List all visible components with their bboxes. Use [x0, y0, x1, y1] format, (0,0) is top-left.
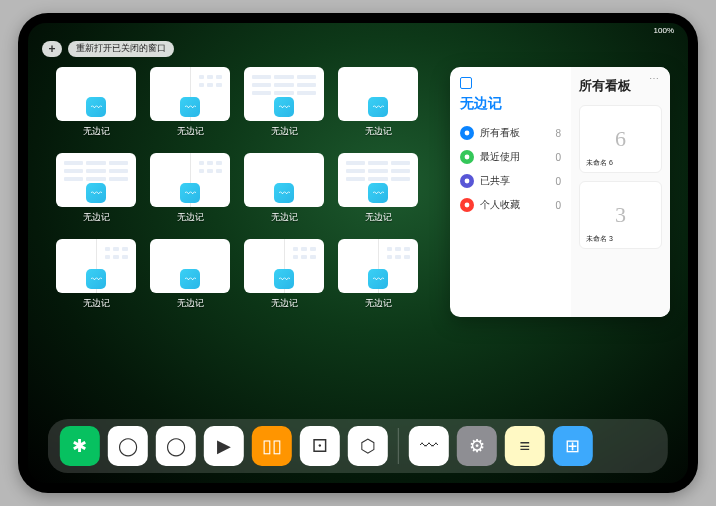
category-label: 个人收藏	[480, 198, 520, 212]
board-label: 未命名 6	[586, 158, 613, 168]
ellipsis-icon[interactable]: ⋯	[649, 73, 660, 84]
thumbnail-label: 无边记	[365, 125, 392, 138]
app-window-thumbnail[interactable]: 〰无边记	[244, 239, 324, 311]
boards-list: 6未命名 63未命名 3	[579, 105, 662, 249]
dock-notes-icon[interactable]: ≡	[505, 426, 545, 466]
clock-icon	[460, 150, 474, 164]
category-people[interactable]: 已共享0	[460, 169, 561, 193]
panel-sidebar: 无边记 所有看板8最近使用0已共享0个人收藏0	[450, 67, 571, 317]
app-windows-grid: 〰无边记〰无边记〰无边记〰无边记〰无边记〰无边记〰无边记〰无边记〰无边记〰无边记…	[56, 67, 418, 415]
freeform-app-icon: 〰	[180, 183, 200, 203]
category-label: 已共享	[480, 174, 510, 188]
app-window-thumbnail[interactable]: 〰无边记	[338, 153, 418, 225]
category-label: 最近使用	[480, 150, 520, 164]
app-window-thumbnail[interactable]: 〰无边记	[150, 153, 230, 225]
svg-point-2	[465, 179, 470, 184]
dock: ✱◯◯▶▯▯⚀⬡〰⚙≡⊞	[48, 419, 668, 473]
dock-separator	[398, 428, 399, 464]
category-count: 0	[555, 176, 561, 187]
app-window-thumbnail[interactable]: 〰无边记	[338, 67, 418, 139]
freeform-app-icon: 〰	[86, 269, 106, 289]
dock-settings-icon[interactable]: ⚙	[457, 426, 497, 466]
app-window-thumbnail[interactable]: 〰无边记	[150, 239, 230, 311]
app-window-thumbnail[interactable]: 〰无边记	[338, 239, 418, 311]
panel-content: 所有看板 6未命名 63未命名 3	[571, 67, 670, 317]
thumbnail-label: 无边记	[365, 211, 392, 224]
topbar: + 重新打开已关闭的窗口	[42, 41, 174, 57]
freeform-app-icon: 〰	[368, 269, 388, 289]
freeform-app-icon: 〰	[368, 97, 388, 117]
dock-media-icon[interactable]: ▶	[204, 426, 244, 466]
dock-freeform-icon[interactable]: 〰	[409, 426, 449, 466]
panel-left-title: 无边记	[460, 95, 561, 113]
category-label: 所有看板	[480, 126, 520, 140]
screen: 100% + 重新打开已关闭的窗口 〰无边记〰无边记〰无边记〰无边记〰无边记〰无…	[28, 23, 688, 483]
board-card[interactable]: 6未命名 6	[579, 105, 662, 173]
dock-app-library-icon[interactable]: ⊞	[553, 426, 593, 466]
thumbnail-label: 无边记	[177, 125, 204, 138]
svg-point-0	[465, 131, 470, 136]
freeform-app-icon: 〰	[274, 183, 294, 203]
board-preview: 6	[615, 126, 626, 152]
thumbnail-label: 无边记	[83, 211, 110, 224]
thumbnail-label: 无边记	[177, 297, 204, 310]
thumbnail-card: 〰	[338, 239, 418, 293]
category-count: 0	[555, 200, 561, 211]
freeform-app-icon: 〰	[86, 183, 106, 203]
thumbnail-card: 〰	[56, 67, 136, 121]
thumbnail-label: 无边记	[83, 125, 110, 138]
board-card[interactable]: 3未命名 3	[579, 181, 662, 249]
category-clock[interactable]: 最近使用0	[460, 145, 561, 169]
dock-books-icon[interactable]: ▯▯	[252, 426, 292, 466]
freeform-app-icon: 〰	[86, 97, 106, 117]
freeform-app-icon: 〰	[274, 269, 294, 289]
thumbnail-card: 〰	[150, 153, 230, 207]
status-bar: 100%	[28, 23, 688, 41]
dock-dice-icon[interactable]: ⚀	[300, 426, 340, 466]
thumbnail-label: 无边记	[271, 125, 298, 138]
new-window-button[interactable]: +	[42, 41, 62, 57]
app-window-thumbnail[interactable]: 〰无边记	[56, 239, 136, 311]
category-count: 0	[555, 152, 561, 163]
freeform-app-icon: 〰	[274, 97, 294, 117]
freeform-app-icon: 〰	[368, 183, 388, 203]
thumbnail-card: 〰	[56, 153, 136, 207]
thumbnail-card: 〰	[338, 153, 418, 207]
panel-category-list: 所有看板8最近使用0已共享0个人收藏0	[460, 121, 561, 217]
app-window-thumbnail[interactable]: 〰无边记	[150, 67, 230, 139]
dock-wechat-icon[interactable]: ✱	[60, 426, 100, 466]
freeform-app-icon: 〰	[180, 269, 200, 289]
thumbnail-label: 无边记	[271, 211, 298, 224]
thumbnail-card: 〰	[150, 239, 230, 293]
app-window-thumbnail[interactable]: 〰无边记	[56, 153, 136, 225]
app-window-thumbnail[interactable]: 〰无边记	[244, 153, 324, 225]
dock-shapes-icon[interactable]: ⬡	[348, 426, 388, 466]
thumbnail-card: 〰	[244, 153, 324, 207]
category-grid[interactable]: 所有看板8	[460, 121, 561, 145]
board-label: 未命名 3	[586, 234, 613, 244]
status-battery: 100%	[654, 26, 674, 41]
reopen-closed-window-button[interactable]: 重新打开已关闭的窗口	[68, 41, 174, 57]
svg-point-3	[465, 203, 470, 208]
thumbnail-card: 〰	[150, 67, 230, 121]
svg-point-1	[465, 155, 470, 160]
grid-icon	[460, 126, 474, 140]
main-area: 〰无边记〰无边记〰无边记〰无边记〰无边记〰无边记〰无边记〰无边记〰无边记〰无边记…	[56, 67, 670, 415]
heart-icon	[460, 198, 474, 212]
thumbnail-card: 〰	[244, 67, 324, 121]
app-window-thumbnail[interactable]: 〰无边记	[56, 67, 136, 139]
freeform-app-icon: 〰	[180, 97, 200, 117]
thumbnail-label: 无边记	[365, 297, 392, 310]
dock-quark-hd-icon[interactable]: ◯	[108, 426, 148, 466]
category-count: 8	[555, 128, 561, 139]
ipad-frame: 100% + 重新打开已关闭的窗口 〰无边记〰无边记〰无边记〰无边记〰无边记〰无…	[18, 13, 698, 493]
sidebar-toggle-icon[interactable]	[460, 77, 472, 89]
freeform-panel[interactable]: ⋯ 无边记 所有看板8最近使用0已共享0个人收藏0 所有看板 6未命名 63未命…	[450, 67, 670, 317]
people-icon	[460, 174, 474, 188]
thumbnail-card: 〰	[56, 239, 136, 293]
board-preview: 3	[615, 202, 626, 228]
app-window-thumbnail[interactable]: 〰无边记	[244, 67, 324, 139]
category-heart[interactable]: 个人收藏0	[460, 193, 561, 217]
thumbnail-label: 无边记	[271, 297, 298, 310]
dock-qq-browser-icon[interactable]: ◯	[156, 426, 196, 466]
